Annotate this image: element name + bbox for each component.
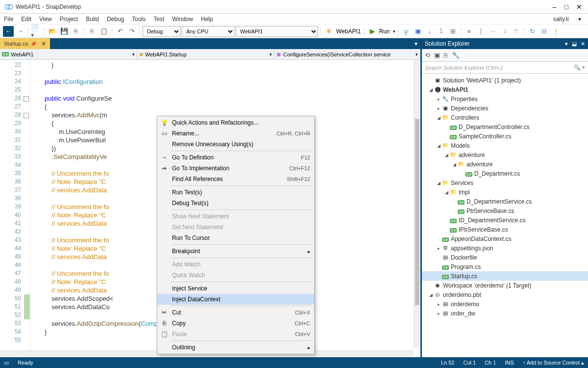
- menu-tools[interactable]: Tools: [132, 16, 146, 23]
- run-label[interactable]: Run: [379, 28, 390, 35]
- menu-file[interactable]: File: [4, 16, 13, 23]
- context-menu-item[interactable]: Inject Service: [157, 283, 314, 294]
- menu-build[interactable]: Build: [86, 16, 99, 23]
- pin-icon[interactable]: ⬓: [572, 41, 577, 47]
- tree-item[interactable]: ◢◎orderdemo.pbt: [422, 290, 588, 299]
- run-dropdown[interactable]: ▾: [393, 29, 395, 34]
- tool-icon-3[interactable]: ↓: [424, 26, 435, 37]
- collapse-icon[interactable]: ⎘: [444, 52, 448, 59]
- tree-item[interactable]: ▤Dockerfile: [422, 253, 588, 262]
- menu-project[interactable]: Project: [60, 16, 78, 23]
- tree-item[interactable]: ▸▣Dependencies: [422, 104, 588, 113]
- redo-button[interactable]: ↷: [126, 26, 137, 37]
- tree-item[interactable]: ▣Solution 'WebAPI1' (1 project): [422, 76, 588, 85]
- menu-debug[interactable]: Debug: [107, 16, 124, 23]
- save-all-button[interactable]: ⎘: [71, 26, 81, 37]
- context-menu-item[interactable]: Debug Test(s): [157, 198, 314, 209]
- tree-item[interactable]: ◢📁Services: [422, 178, 588, 187]
- context-menu-item[interactable]: Outlining▸: [157, 342, 314, 353]
- project-dropdown[interactable]: C# WebAPI1 ▾: [0, 49, 137, 59]
- tree-item[interactable]: C#AppeonDataContext.cs: [422, 234, 588, 243]
- vertical-scrollbar[interactable]: [414, 60, 420, 348]
- context-menu-item[interactable]: Inject DataContext: [157, 294, 314, 305]
- member-dropdown[interactable]: ◉ ConfigureServices(IServiceCollection s…: [274, 49, 420, 59]
- open-button[interactable]: 📂: [47, 26, 58, 37]
- context-menu-item[interactable]: Run To Cursor: [157, 233, 314, 243]
- more-icon[interactable]: ⋮: [551, 26, 562, 37]
- tree-item[interactable]: C#SampleController.cs: [422, 131, 588, 141]
- tree-item[interactable]: C#IPbServiceBase.cs: [422, 225, 588, 234]
- tool-icon-4[interactable]: ⤵: [436, 26, 447, 37]
- stop-icon[interactable]: ■: [464, 26, 475, 37]
- refresh-icon[interactable]: ↻: [527, 26, 538, 37]
- context-menu-item[interactable]: 💡Quick Actions and Refactorings...: [157, 117, 314, 128]
- tree-item[interactable]: ▸⚙appsettings.json: [422, 243, 588, 253]
- project-combo[interactable]: WebAPI1: [236, 26, 318, 37]
- context-menu-item[interactable]: ✂CutCtrl+X: [157, 307, 314, 318]
- menu-test[interactable]: Test: [153, 16, 164, 23]
- tool-icon-5[interactable]: ⊞: [448, 26, 459, 37]
- menu-window[interactable]: Window: [172, 16, 193, 23]
- class-dropdown[interactable]: ◆ WebAPI1.Startup ▾: [137, 49, 274, 59]
- platform-combo[interactable]: Any CPU: [182, 26, 235, 37]
- tree-item[interactable]: ▸🔧Properties: [422, 94, 588, 104]
- tab-close-icon[interactable]: ✕: [41, 40, 46, 47]
- menu-view[interactable]: View: [39, 16, 52, 23]
- step-icon-2[interactable]: ↴: [499, 26, 510, 37]
- tree-item[interactable]: ◢📁Impl: [422, 187, 588, 197]
- tree-item[interactable]: C#ID_DepartmentService.cs: [422, 215, 588, 225]
- step-icon-1[interactable]: ⤻: [488, 26, 498, 37]
- tree-item[interactable]: C#Startup.cs: [422, 271, 588, 281]
- tab-startup-cs[interactable]: Startup.cs 📌 ✕: [0, 38, 50, 49]
- tab-overflow-icon[interactable]: ▾: [412, 40, 420, 47]
- tree-item[interactable]: C#D_Department.cs: [422, 169, 588, 178]
- context-menu-item[interactable]: ▭Rename...Ctrl+R, Ctrl+R: [157, 128, 314, 139]
- back-button[interactable]: ←: [3, 26, 14, 37]
- forward-button[interactable]: →: [15, 26, 25, 37]
- close-icon[interactable]: ✕: [581, 41, 585, 47]
- tree-item[interactable]: ◢🅒WebAPI1: [422, 85, 588, 94]
- solution-search-input[interactable]: Search Solution Explorer (Ctrl+;) 🔍 ▾: [422, 62, 588, 74]
- tree-item[interactable]: ◉Workspace 'orderdemo' (1 Target): [422, 281, 588, 290]
- context-menu-item[interactable]: Remove Unnecessary Using(s): [157, 139, 314, 150]
- save-button[interactable]: 💾: [59, 26, 70, 37]
- config-combo[interactable]: Debug: [143, 26, 181, 37]
- tool-icon-1[interactable]: ╦: [401, 26, 412, 37]
- tree-item[interactable]: ◢📁Controllers: [422, 113, 588, 122]
- tree-item[interactable]: ◢📁Models: [422, 141, 588, 150]
- new-file-button[interactable]: 📄▾: [31, 26, 42, 37]
- tree-item[interactable]: C#D_DepartmentService.cs: [422, 197, 588, 206]
- tool-icon-2[interactable]: ▣: [413, 26, 423, 37]
- tree-item[interactable]: ◢📁adventure: [422, 150, 588, 159]
- menu-edit[interactable]: Edit: [21, 16, 31, 23]
- sync-icon[interactable]: ▣: [434, 52, 440, 59]
- context-menu-item[interactable]: →Go To DefinitionF12: [157, 152, 314, 163]
- context-menu-item[interactable]: ⇒Go To ImplementationCtrl+F12: [157, 163, 314, 174]
- source-control-button[interactable]: ↑ Add to Source Control ▴: [523, 360, 584, 366]
- dropdown-icon[interactable]: ▾: [565, 41, 568, 47]
- list-icon[interactable]: ⊟: [539, 26, 550, 37]
- tree-item[interactable]: C#Program.cs: [422, 262, 588, 271]
- minimize-button[interactable]: ‒: [552, 3, 557, 11]
- user-dropdown[interactable]: sally.li ▾: [553, 16, 581, 23]
- tree-item[interactable]: C#PbServiceBase.cs: [422, 206, 588, 215]
- pin-icon[interactable]: 📌: [30, 41, 36, 47]
- pause-icon[interactable]: ‖: [476, 26, 487, 37]
- close-button[interactable]: ✕: [576, 3, 582, 11]
- tree-item[interactable]: C#D_DepartmentController.cs: [422, 122, 588, 131]
- tree-item[interactable]: ▸▤orderdemo: [422, 299, 588, 309]
- run-button[interactable]: ▶: [367, 26, 378, 37]
- context-menu-item[interactable]: Find All ReferencesShift+F12: [157, 174, 314, 184]
- home-icon[interactable]: ⟲: [425, 52, 430, 59]
- menu-help[interactable]: Help: [201, 16, 213, 23]
- tree-item[interactable]: ◢📁adventure: [422, 159, 588, 169]
- context-menu-item[interactable]: ⎘CopyCtrl+C: [157, 318, 314, 329]
- step-icon-3[interactable]: ↱: [511, 26, 522, 37]
- paste-button[interactable]: 📋: [98, 26, 109, 37]
- context-menu-item[interactable]: Breakpoint▸: [157, 246, 314, 257]
- copy-button[interactable]: ⎘: [87, 26, 98, 37]
- properties-icon[interactable]: 🔧: [452, 52, 460, 59]
- solution-tree[interactable]: ▣Solution 'WebAPI1' (1 project)◢🅒WebAPI1…: [422, 74, 588, 357]
- maximize-button[interactable]: □: [564, 3, 568, 11]
- context-menu-item[interactable]: Run Test(s): [157, 187, 314, 198]
